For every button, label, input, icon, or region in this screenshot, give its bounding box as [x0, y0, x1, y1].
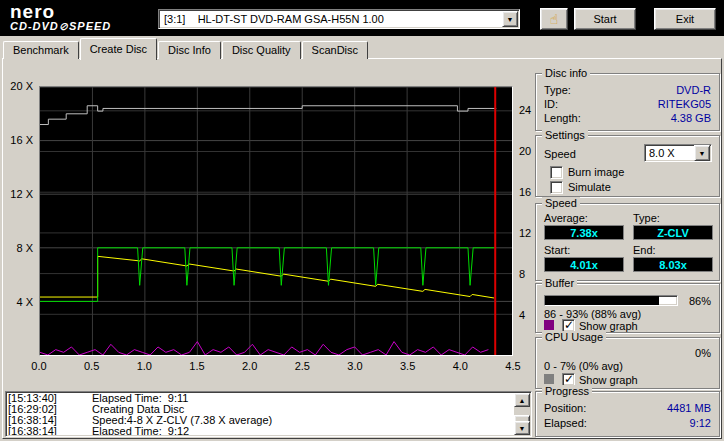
- speed-type-value: Z-CLV: [633, 225, 713, 240]
- buffer-range-text: 86 - 93% (88% avg): [544, 308, 641, 320]
- x-axis-tick-label: 2.5: [288, 360, 316, 372]
- burn-image-checkbox[interactable]: [550, 166, 563, 179]
- tab-benchmark[interactable]: Benchmark: [3, 41, 79, 59]
- speed-group: Speed Average: Type: 7.38x Z-CLV Start: …: [535, 203, 720, 281]
- x-axis-tick-label: 0.5: [78, 360, 106, 372]
- speed-select-combobox[interactable]: 8.0 X ▼: [644, 144, 712, 162]
- scroll-down-icon[interactable]: ▼: [514, 421, 530, 435]
- group-title: CPU Usage: [542, 331, 606, 343]
- right-axis-tick-label: 8: [519, 268, 525, 280]
- right-axis-tick-label: 20: [519, 145, 531, 157]
- position-value: 4481 MB: [667, 402, 711, 414]
- type-label: Type:: [633, 212, 660, 224]
- right-axis-tick-label: 12: [519, 227, 531, 239]
- log-line: [15:13:40]Elapsed Time: 9:11: [8, 393, 513, 404]
- disc-id-label: ID:: [544, 98, 558, 110]
- title-bar: nero CD-DVD⊘SPEED [3:1] HL-DT-ST DVD-RAM…: [0, 0, 724, 36]
- group-title: Speed: [542, 197, 580, 209]
- end-speed-label: End:: [633, 244, 656, 256]
- right-axis-tick-label: 4: [519, 309, 525, 321]
- x-axis-tick-label: 1.5: [183, 360, 211, 372]
- left-axis: 20 X16 X12 X8 X4 X: [3, 86, 36, 356]
- y-axis-tick-label: 20 X: [3, 80, 33, 92]
- drive-combo-value: [3:1] HL-DT-ST DVD-RAM GSA-H55N 1.00: [159, 13, 502, 25]
- group-title: Settings: [542, 129, 588, 141]
- y-axis-tick-label: 4 X: [3, 296, 33, 308]
- cpu-usage-group: CPU Usage 0% 0 - 7% (0% avg) Show graph: [535, 337, 720, 389]
- speed-combo-value: 8.0 X: [645, 147, 694, 159]
- log-line: [16:38:14]Speed:4-8 X Z-CLV (7.38 X aver…: [8, 415, 513, 426]
- drive-select-combobox[interactable]: [3:1] HL-DT-ST DVD-RAM GSA-H55N 1.00 ▼: [158, 9, 520, 29]
- disc-length-label: Length:: [544, 112, 581, 124]
- x-axis: 0.00.51.01.52.02.53.03.54.04.5: [39, 360, 513, 373]
- log-line: [16:38:14]Elapsed Time: 9:12: [8, 426, 513, 435]
- disc-info-group: Disc info Type:DVD-R ID:RITEKG05 Length:…: [535, 73, 720, 131]
- tab-disc-info[interactable]: Disc Info: [158, 41, 221, 59]
- buffer-percent-value: 86%: [689, 295, 711, 307]
- x-axis-tick-label: 4.5: [499, 360, 527, 372]
- tab-bar: Benchmark Create Disc Disc Info Disc Qua…: [3, 37, 369, 59]
- buffer-color-swatch: [544, 320, 554, 330]
- chevron-down-icon[interactable]: ▼: [694, 145, 710, 161]
- elapsed-value: 9:12: [690, 417, 711, 429]
- scroll-up-icon[interactable]: ▲: [514, 393, 530, 407]
- chart-canvas: [40, 87, 512, 355]
- start-button[interactable]: Start: [574, 8, 636, 30]
- x-axis-tick-label: 4.0: [446, 360, 474, 372]
- hand-icon-button[interactable]: ☝: [540, 8, 568, 30]
- nero-logo: nero CD-DVD⊘SPEED: [10, 1, 111, 33]
- start-speed-value: 4.01x: [544, 257, 624, 272]
- x-axis-tick-label: 1.0: [130, 360, 158, 372]
- chevron-down-icon[interactable]: ▼: [502, 11, 518, 27]
- rotation-speed-line: [40, 256, 494, 298]
- disc-type-value: DVD-R: [676, 84, 711, 96]
- disc-icon: ⊘: [59, 20, 69, 32]
- x-axis-tick-label: 3.5: [394, 360, 422, 372]
- settings-group: Settings Speed 8.0 X ▼ Burn image Simula…: [535, 135, 720, 197]
- average-speed-value: 7.38x: [544, 225, 624, 240]
- cpu-range-text: 0 - 7% (0% avg): [544, 360, 623, 372]
- tab-scandisc[interactable]: ScanDisc: [302, 41, 368, 59]
- disc-length-value: 4.38 GB: [671, 112, 711, 124]
- x-axis-tick-label: 0.0: [25, 360, 53, 372]
- y-axis-tick-label: 12 X: [3, 188, 33, 200]
- create-disc-chart: [39, 86, 513, 356]
- simulate-checkbox[interactable]: [550, 181, 563, 194]
- right-axis-tick-label: 16: [519, 186, 531, 198]
- tab-create-disc[interactable]: Create Disc: [80, 38, 157, 60]
- buffer-group: Buffer 86% 86 - 93% (88% avg) Show graph: [535, 283, 720, 333]
- write-speed-line: [40, 248, 494, 302]
- nero-cd-dvd-speed-window: nero CD-DVD⊘SPEED [3:1] HL-DT-ST DVD-RAM…: [0, 0, 724, 441]
- nero-product-text: CD-DVD⊘SPEED: [10, 20, 111, 33]
- progress-group: Progress Position:4481 MB Elapsed:9:12: [535, 391, 720, 437]
- hand-icon: ☝: [550, 12, 559, 26]
- disc-id-value: RITEKG05: [658, 98, 711, 110]
- group-title: Progress: [542, 385, 592, 397]
- event-log: [15:13:40]Elapsed Time: 9:11 [16:29:02]C…: [5, 391, 532, 437]
- group-title: Disc info: [542, 67, 590, 79]
- burn-image-label: Burn image: [568, 166, 624, 178]
- event-log-lines: [15:13:40]Elapsed Time: 9:11 [16:29:02]C…: [8, 393, 513, 435]
- y-axis-tick-label: 16 X: [3, 134, 33, 146]
- cpu-percent-value: 0%: [695, 347, 711, 359]
- right-axis-tick-label: 24: [519, 104, 531, 116]
- buffer-level-line: [40, 106, 496, 125]
- x-axis-tick-label: 3.0: [341, 360, 369, 372]
- buffer-bar-fill: [545, 296, 659, 305]
- x-axis-tick-label: 2.0: [236, 360, 264, 372]
- elapsed-label: Elapsed:: [544, 417, 587, 429]
- speed-setting-label: Speed: [544, 148, 576, 160]
- exit-button[interactable]: Exit: [654, 8, 716, 30]
- position-label: Position:: [544, 402, 586, 414]
- log-scrollbar[interactable]: ▲ ▼: [514, 393, 530, 435]
- create-disc-page: 20 X16 X12 X8 X4 X 2420161284 0.00.51.01…: [2, 58, 722, 439]
- cpu-usage-line: [40, 342, 488, 355]
- start-speed-label: Start:: [544, 244, 570, 256]
- y-axis-tick-label: 8 X: [3, 242, 33, 254]
- average-label: Average:: [544, 212, 588, 224]
- tab-disc-quality[interactable]: Disc Quality: [222, 41, 301, 59]
- disc-type-label: Type:: [544, 84, 571, 96]
- cpu-color-swatch: [544, 374, 554, 384]
- simulate-label: Simulate: [568, 181, 611, 193]
- buffer-level-bar: [544, 295, 678, 306]
